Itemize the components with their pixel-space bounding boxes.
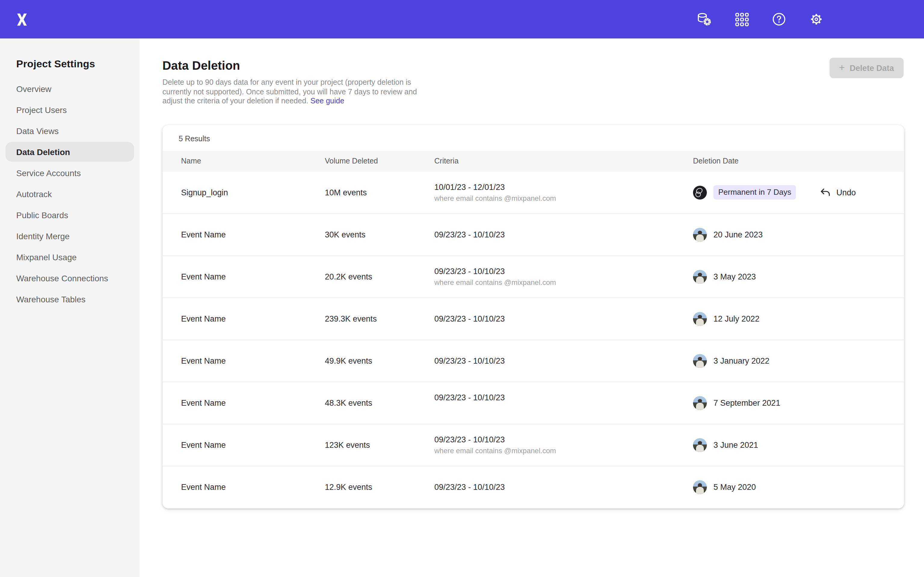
- user-avatar: [693, 270, 707, 284]
- sidebar-item-data-deletion[interactable]: Data Deletion: [5, 142, 134, 162]
- cell-name: Event Name: [162, 230, 306, 239]
- cell-criteria: 09/23/23 - 10/10/23: [416, 392, 674, 414]
- cell-volume-deleted: 49.9K events: [306, 356, 416, 366]
- settings-sidebar: Project Settings OverviewProject UsersDa…: [0, 39, 140, 577]
- deletion-date-text: 20 June 2023: [714, 230, 763, 239]
- deletion-table-card: 5 Results Name Volume Deleted Criteria D…: [162, 125, 904, 508]
- criteria-date-range: 09/23/23 - 10/10/23: [435, 482, 674, 493]
- criteria-date-range: 09/23/23 - 10/10/23: [435, 435, 674, 445]
- column-header-name: Name: [162, 157, 306, 166]
- criteria-filter-subtext: where email contains @mixpanel.com: [435, 278, 674, 287]
- table-header-row: Name Volume Deleted Criteria Deletion Da…: [162, 151, 904, 172]
- undo-button[interactable]: Undo: [820, 188, 856, 197]
- table-row: Event Name12.9K events09/23/23 - 10/10/2…: [162, 466, 904, 508]
- user-avatar: [693, 480, 707, 494]
- sidebar-item-service-accounts[interactable]: Service Accounts: [5, 163, 134, 183]
- criteria-date-range: 10/01/23 - 12/01/23: [435, 182, 674, 192]
- settings-gear-icon[interactable]: [809, 11, 824, 27]
- undo-arrow-icon: [820, 188, 831, 197]
- user-avatar: [693, 186, 707, 200]
- help-icon[interactable]: [771, 11, 787, 27]
- main-content: + Delete Data Data Deletion Delete up to…: [140, 39, 924, 577]
- criteria-date-range: 09/23/23 - 10/10/23: [435, 266, 674, 276]
- sidebar-item-identity-merge[interactable]: Identity Merge: [5, 226, 134, 246]
- user-avatar: [693, 354, 707, 368]
- criteria-date-range: 09/23/23 - 10/10/23: [435, 230, 674, 240]
- delete-data-button[interactable]: + Delete Data: [829, 58, 903, 78]
- table-row: Event Name49.9K events09/23/23 - 10/10/2…: [162, 340, 904, 382]
- cell-volume-deleted: 10M events: [306, 188, 416, 197]
- cell-deletion-date: 3 May 2023: [674, 270, 904, 284]
- cell-deletion-date: 3 June 2021: [674, 438, 904, 452]
- see-guide-link[interactable]: See guide: [310, 97, 344, 105]
- sidebar-item-autotrack[interactable]: Autotrack: [5, 184, 134, 204]
- deletion-date-text: 3 June 2021: [714, 440, 758, 450]
- cell-criteria: 09/23/23 - 10/10/23: [416, 356, 674, 366]
- sidebar-item-warehouse-tables[interactable]: Warehouse Tables: [5, 289, 134, 309]
- cell-volume-deleted: 12.9K events: [306, 483, 416, 492]
- table-row: Event Name20.2K events09/23/23 - 10/10/2…: [162, 256, 904, 298]
- criteria-filter-subtext: [435, 405, 674, 414]
- cell-deletion-date: 12 July 2022: [674, 312, 904, 326]
- cell-criteria: 09/23/23 - 10/10/23: [416, 482, 674, 493]
- sidebar-item-data-views[interactable]: Data Views: [5, 121, 134, 141]
- table-row: Event Name123K events09/23/23 - 10/10/23…: [162, 424, 904, 466]
- table-row: Signup_login10M events10/01/23 - 12/01/2…: [162, 172, 904, 214]
- sidebar-item-mixpanel-usage[interactable]: Mixpanel Usage: [5, 247, 134, 267]
- sidebar-item-public-boards[interactable]: Public Boards: [5, 205, 134, 225]
- criteria-filter-subtext: where email contains @mixpanel.com: [435, 194, 674, 203]
- cell-criteria: 09/23/23 - 10/10/23where email contains …: [416, 266, 674, 287]
- criteria-date-range: 09/23/23 - 10/10/23: [435, 314, 674, 324]
- table-row: Event Name239.3K events09/23/23 - 10/10/…: [162, 298, 904, 340]
- cell-name: Event Name: [162, 483, 306, 492]
- cell-name: Signup_login: [162, 188, 306, 197]
- table-row: Event Name48.3K events09/23/23 - 10/10/2…: [162, 382, 904, 424]
- criteria-filter-subtext: where email contains @mixpanel.com: [435, 446, 674, 456]
- cell-volume-deleted: 123K events: [306, 440, 416, 450]
- apps-grid-icon[interactable]: [734, 11, 750, 27]
- cell-deletion-date: 5 May 2020: [674, 480, 904, 494]
- cell-deletion-date: Permanent in 7 DaysUndo: [674, 185, 904, 200]
- deletion-date-text: 3 January 2022: [714, 356, 769, 366]
- page-title: Data Deletion: [162, 59, 903, 73]
- mixpanel-logo[interactable]: [10, 7, 34, 31]
- undo-label: Undo: [837, 188, 856, 197]
- deletion-date-text: 7 September 2021: [714, 398, 780, 408]
- deletion-date-text: 12 July 2022: [714, 314, 759, 323]
- top-navigation-bar: [0, 0, 924, 39]
- cell-criteria: 09/23/23 - 10/10/23: [416, 314, 674, 324]
- criteria-date-range: 09/23/23 - 10/10/23: [435, 392, 674, 403]
- page-description: Delete up to 90 days data for any event …: [162, 78, 428, 106]
- user-avatar: [693, 312, 707, 326]
- top-icon-group: [696, 11, 824, 27]
- cell-volume-deleted: 48.3K events: [306, 398, 416, 408]
- user-avatar: [693, 228, 707, 242]
- cell-name: Event Name: [162, 440, 306, 450]
- results-count: 5 Results: [162, 125, 904, 151]
- cell-volume-deleted: 30K events: [306, 230, 416, 239]
- sidebar-item-project-users[interactable]: Project Users: [5, 100, 134, 119]
- table-row: Event Name30K events09/23/23 - 10/10/232…: [162, 214, 904, 256]
- cell-name: Event Name: [162, 398, 306, 408]
- status-badge: Permanent in 7 Days: [714, 185, 796, 200]
- app-window: Project Settings OverviewProject UsersDa…: [0, 0, 924, 577]
- cell-criteria: 09/23/23 - 10/10/23where email contains …: [416, 435, 674, 456]
- delete-data-label: Delete Data: [850, 63, 894, 73]
- cell-criteria: 09/23/23 - 10/10/23: [416, 230, 674, 240]
- cell-criteria: 10/01/23 - 12/01/23where email contains …: [416, 182, 674, 203]
- cell-name: Event Name: [162, 356, 306, 366]
- deletion-date-text: 3 May 2023: [714, 272, 756, 281]
- table-body: Signup_login10M events10/01/23 - 12/01/2…: [162, 172, 904, 508]
- column-header-criteria: Criteria: [416, 157, 674, 166]
- mixpanel-x-icon: [15, 12, 29, 26]
- sidebar-item-overview[interactable]: Overview: [5, 79, 134, 98]
- page-description-text: Delete up to 90 days data for any event …: [162, 78, 417, 105]
- user-avatar: [693, 396, 707, 410]
- sidebar-nav: OverviewProject UsersData ViewsData Dele…: [0, 79, 140, 309]
- sidebar-item-warehouse-connections[interactable]: Warehouse Connections: [5, 268, 134, 288]
- cell-volume-deleted: 239.3K events: [306, 314, 416, 323]
- cell-volume-deleted: 20.2K events: [306, 272, 416, 281]
- cell-name: Event Name: [162, 314, 306, 323]
- data-management-icon[interactable]: [696, 11, 712, 27]
- column-header-volume: Volume Deleted: [306, 157, 416, 166]
